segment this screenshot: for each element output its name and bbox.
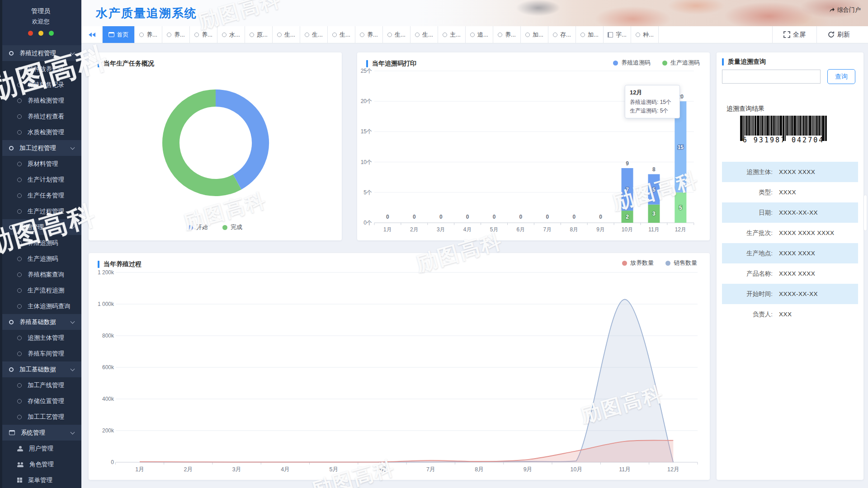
- sidebar-item-leaf[interactable]: 养殖检测管理: [0, 93, 81, 108]
- area-chart[interactable]: 0200k400k600k800k1 000k1 200k1月2月3月4月5月6…: [89, 253, 710, 480]
- circle-icon: [553, 33, 557, 37]
- tab[interactable]: 生...: [383, 26, 410, 43]
- sidebar-item-leaf[interactable]: 水质检测管理: [0, 124, 81, 140]
- tab[interactable]: 加...: [576, 26, 604, 43]
- book-icon: [608, 32, 613, 38]
- sidebar-item-leaf[interactable]: 苗种放养记录: [0, 61, 81, 77]
- sidebar-item-label: 加工基础数据: [19, 366, 56, 374]
- tab[interactable]: 存...: [548, 26, 576, 43]
- svg-text:2月: 2月: [410, 226, 419, 233]
- trace-code-print-card: 当年追溯码打印 养殖追溯码 生产追溯码 0个5个10个15个20个25个1月02…: [357, 52, 710, 240]
- svg-text:15: 15: [678, 144, 684, 150]
- legend-item-start[interactable]: 开始: [188, 223, 208, 231]
- trace-query-input[interactable]: [722, 70, 821, 84]
- sidebar-item-leaf[interactable]: 生产流程追溯: [0, 282, 81, 298]
- sidebar-item-group[interactable]: 系统管理: [0, 425, 81, 441]
- sidebar-item-leaf[interactable]: 生产计划管理: [0, 172, 81, 188]
- sidebar-item-leaf[interactable]: 存储位置管理: [0, 393, 81, 409]
- sidebar-item-leaf[interactable]: 主体追溯码查询: [0, 298, 81, 314]
- tab-home[interactable]: 首页: [102, 26, 135, 43]
- trace-field-row: 类型:XXXX: [722, 182, 858, 202]
- circle-icon: [443, 33, 447, 37]
- sidebar-item-label: 原材料管理: [28, 160, 58, 168]
- sidebar-item-leaf[interactable]: 加工工艺管理: [0, 409, 81, 425]
- tab[interactable]: 生...: [328, 26, 355, 43]
- page-scrollbar-thumb[interactable]: [864, 195, 867, 230]
- refresh-button[interactable]: 刷新: [816, 26, 868, 43]
- sidebar-item-leaf[interactable]: 菜单管理: [0, 472, 81, 488]
- sidebar-item-leaf[interactable]: 加工产线管理: [0, 377, 81, 393]
- tab[interactable]: 生...: [410, 26, 438, 43]
- sidebar-item-leaf[interactable]: 养殖档案查询: [0, 267, 81, 282]
- legend-dot: [613, 61, 618, 66]
- sidebar-item-leaf[interactable]: 原材料管理: [0, 156, 81, 172]
- trace-field-row: 产品名称:XXXX XXXX: [722, 263, 858, 284]
- sidebar-item-leaf[interactable]: 生产追溯码: [0, 251, 81, 267]
- chevron-down-icon: [71, 224, 75, 229]
- donut-chart[interactable]: [89, 52, 342, 240]
- legend-item-production-code[interactable]: 生产追溯码: [662, 59, 700, 67]
- svg-text:5: 5: [652, 187, 656, 193]
- field-value: XXXX XXXX: [779, 250, 815, 257]
- legend-item-sales-qty[interactable]: 销售数量: [665, 259, 697, 267]
- tab[interactable]: 字...: [604, 26, 631, 43]
- tab[interactable]: 养...: [162, 26, 190, 43]
- circle-icon: [17, 114, 22, 119]
- sidebar-item-leaf[interactable]: 追溯主体管理: [0, 330, 81, 346]
- query-button[interactable]: 查询: [827, 69, 855, 84]
- sidebar-item-group[interactable]: 加工过程管理: [0, 140, 81, 156]
- sidebar-item-leaf[interactable]: 用户管理: [0, 441, 81, 456]
- double-left-arrow-icon: [92, 33, 95, 37]
- tab[interactable]: 养...: [355, 26, 383, 43]
- svg-text:6月: 6月: [517, 226, 525, 233]
- sidebar-item-leaf[interactable]: 生产过程管理: [0, 203, 81, 219]
- tab[interactable]: 追...: [466, 26, 493, 43]
- tab[interactable]: 种...: [631, 26, 659, 43]
- tab[interactable]: 养...: [135, 26, 162, 43]
- sidebar-item-label: 养殖过程管理: [19, 49, 56, 57]
- tab[interactable]: 养...: [493, 26, 521, 43]
- sidebar-item-leaf[interactable]: 角色管理: [0, 456, 81, 472]
- sidebar-item-leaf[interactable]: 养殖车间管理: [0, 346, 81, 361]
- sidebar-item-leaf[interactable]: 养殖追溯码: [0, 235, 81, 251]
- title-accent-bar: [722, 58, 724, 66]
- sidebar-item-label: 生产任务管理: [28, 192, 64, 200]
- field-value: XXXX: [779, 189, 796, 196]
- tab[interactable]: 加...: [521, 26, 548, 43]
- svg-text:1月: 1月: [135, 466, 144, 473]
- sidebar-scrollbar[interactable]: [0, 0, 2, 488]
- trace-result-fields: 追溯主体:XXXX XXXX类型:XXXX日期:XXXX-XX-XX生产批次:X…: [722, 162, 858, 324]
- sidebar-item-leaf[interactable]: 生产任务管理: [0, 188, 81, 203]
- legend-item-stock-qty[interactable]: 放养数量: [622, 259, 654, 267]
- sidebar-item-leaf[interactable]: 养殖过程查看: [0, 108, 81, 124]
- sidebar-item-group[interactable]: 追溯管理: [0, 219, 81, 235]
- chevron-down-icon: [71, 319, 75, 324]
- collapse-tabs-button[interactable]: [81, 26, 102, 43]
- svg-text:3月: 3月: [437, 226, 445, 233]
- legend-item-complete[interactable]: 完成: [222, 223, 242, 231]
- svg-text:10月: 10月: [622, 226, 633, 233]
- legend-item-breeding-code[interactable]: 养殖追溯码: [613, 59, 651, 67]
- field-label: 产品名称:: [722, 270, 773, 278]
- sidebar-item-leaf[interactable]: 养殖销售记录: [0, 77, 81, 93]
- fullscreen-button[interactable]: 全屏: [772, 26, 816, 43]
- ring-icon: [9, 320, 14, 324]
- portal-link[interactable]: 综合门户: [829, 6, 861, 14]
- sidebar-item-group[interactable]: 养殖过程管理: [0, 45, 81, 61]
- field-label: 生产地点:: [722, 249, 773, 258]
- tab[interactable]: 主...: [438, 26, 466, 43]
- tab[interactable]: 原...: [245, 26, 273, 43]
- circle-icon: [277, 33, 282, 37]
- tab-label: 加...: [588, 31, 599, 39]
- tab[interactable]: 生...: [273, 26, 300, 43]
- chevron-down-icon: [71, 145, 75, 150]
- sidebar-item-group[interactable]: 加工基础数据: [0, 361, 81, 377]
- tab[interactable]: 水...: [217, 26, 245, 43]
- bar-chart[interactable]: 0个5个10个15个20个25个1月02月03月04月05月06月07月08月0…: [357, 52, 710, 240]
- sidebar-item-group[interactable]: 养殖基础数据: [0, 314, 81, 330]
- svg-text:2月: 2月: [184, 466, 193, 473]
- circle-icon: [332, 33, 337, 37]
- tab[interactable]: 生...: [300, 26, 328, 43]
- tab[interactable]: 养...: [190, 26, 217, 43]
- sidebar-item-label: 养殖基础数据: [19, 318, 56, 326]
